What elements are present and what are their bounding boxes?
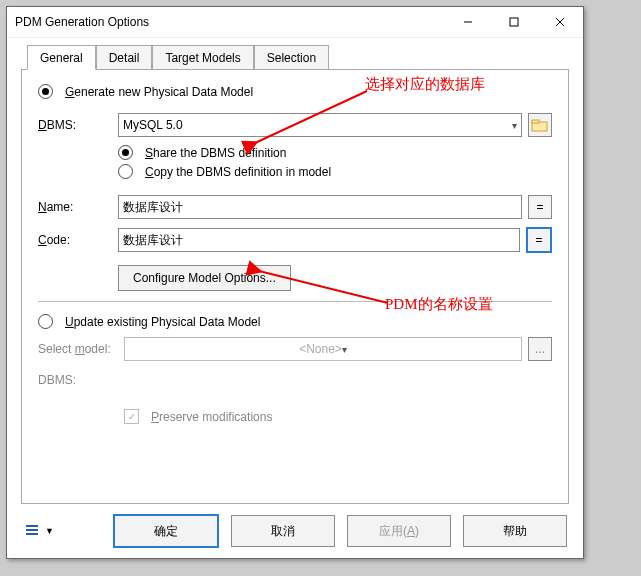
configure-model-options-button[interactable]: Configure Model Options... [118,265,291,291]
close-button[interactable] [537,7,583,37]
radio-share-dbms[interactable] [118,145,133,160]
radio-update-existing-label: Update existing Physical Data Model [65,315,260,329]
maximize-button[interactable] [491,7,537,37]
preserve-modifications-checkbox [124,409,139,424]
radio-update-existing[interactable] [38,314,53,329]
tab-strip: General Detail Target Models Selection [27,44,569,69]
footer-menu-icon[interactable]: ▼ [23,521,56,541]
tab-detail[interactable]: Detail [96,45,153,70]
dbms-combo[interactable]: MySQL 5.0 ▾ [118,113,522,137]
chevron-down-icon: ▾ [342,344,347,355]
apply-button[interactable]: 应用(A) [347,515,451,547]
svg-rect-1 [510,18,518,26]
caret-down-icon: ▼ [45,526,54,536]
svg-rect-7 [26,529,38,531]
update-dbms-value [124,369,552,391]
radio-copy-dbms-label: Copy the DBMS definition in model [145,165,331,179]
code-sync-button[interactable]: = [526,227,552,253]
tab-target-models[interactable]: Target Models [152,45,253,70]
svg-rect-8 [26,533,38,535]
radio-copy-dbms[interactable] [118,164,133,179]
dbms-label: DBMS: [38,118,112,132]
name-value: 数据库设计 [123,199,183,216]
window-title: PDM Generation Options [15,15,445,29]
radio-generate-new-label: Generate new Physical Data Model [65,85,253,99]
ok-button[interactable]: 确定 [113,514,219,548]
radio-generate-new[interactable] [38,84,53,99]
preserve-modifications-label: Preserve modifications [151,410,272,424]
svg-rect-5 [532,120,539,123]
tab-page-general: Generate new Physical Data Model DBMS: M… [21,69,569,504]
minimize-button[interactable] [445,7,491,37]
chevron-down-icon: ▾ [512,120,517,131]
window-buttons [445,7,583,37]
dialog-window: PDM Generation Options General Detail Ta… [6,6,584,559]
help-button[interactable]: 帮助 [463,515,567,547]
dbms-browse-button[interactable] [528,113,552,137]
select-model-label: Select model: [38,342,118,356]
update-dbms-label: DBMS: [38,373,118,387]
svg-rect-6 [26,525,38,527]
tab-general[interactable]: General [27,45,96,70]
code-value: 数据库设计 [123,232,183,249]
dbms-value: MySQL 5.0 [123,118,183,132]
titlebar: PDM Generation Options [7,7,583,38]
cancel-button[interactable]: 取消 [231,515,335,547]
code-input[interactable]: 数据库设计 [118,228,520,252]
select-model-value: <None> [299,342,342,356]
name-sync-button[interactable]: = [528,195,552,219]
separator [38,301,552,302]
select-model-browse-button: ... [528,337,552,361]
tab-selection[interactable]: Selection [254,45,329,70]
name-label: Name: [38,200,112,214]
dialog-footer: ▼ 确定 取消 应用(A) 帮助 [21,504,569,548]
name-input[interactable]: 数据库设计 [118,195,522,219]
select-model-combo: <None> ▾ [124,337,522,361]
code-label: Code: [38,233,112,247]
radio-share-dbms-label: Share the DBMS definition [145,146,286,160]
